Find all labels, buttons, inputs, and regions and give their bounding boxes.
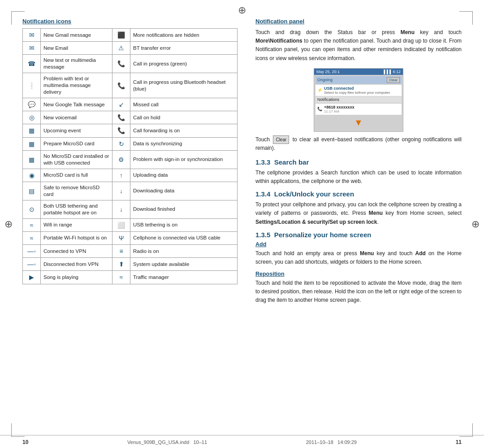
personalize-heading: 1.3.5 Personalize your home screen	[255, 231, 462, 239]
search-bar-num: 1.3.3	[255, 158, 270, 166]
page-footer: 10 Venus_909B_QG_USA.indd 10–11 2011–10–…	[0, 435, 484, 448]
notif-icons-title: Notification icons	[22, 18, 238, 25]
notif-icon-right-14: ≡	[112, 245, 130, 258]
page-num-right: 11	[456, 439, 462, 445]
footer-right-info: 2011–10–18 14:09:29	[306, 439, 357, 445]
notif-icon-right-0: ⬛	[112, 29, 130, 42]
corner-br	[459, 423, 473, 437]
notif-desc-left-7: Prepare MicroSD card	[41, 137, 112, 150]
notif-desc-left-2: New text or multimedia message	[41, 55, 112, 73]
notif-desc-right-4: Missed call	[130, 98, 238, 111]
table-row: —◦Connected to VPN≡Radio is on	[23, 245, 238, 258]
page-container: ⊕ ⊕ ⊕ Notification icons ✉New Gmail mess…	[0, 0, 484, 448]
notif-icon-right-9: ↑	[112, 169, 130, 182]
notif-icon-right-1: ⚠	[112, 42, 130, 55]
footer-time: 14:09:29	[337, 439, 357, 445]
table-row: ❕Problem with text or multimedia message…	[23, 73, 238, 98]
notif-desc-left-12: Wifi in range	[41, 218, 112, 231]
notif-desc-right-2: Call in progress (green)	[130, 55, 238, 73]
phone-status-bar: May 25, 20:1 ▐▐▐ 6:12	[314, 69, 403, 75]
phone-status-icons: ▐▐▐ 6:12	[382, 70, 401, 74]
search-bar-title: Search bar	[274, 158, 309, 166]
compass-left-icon: ⊕	[4, 218, 13, 230]
notif-icon-left-4: 💬	[23, 98, 41, 111]
notif-desc-left-0: New Gmail message	[41, 29, 112, 42]
notif-icon-left-5: ◎	[23, 111, 41, 124]
search-bar-text: The cellphone provides a Search function…	[255, 169, 462, 186]
phone-number-time: 11:17 AM	[324, 109, 354, 113]
page-num-left: 10	[22, 439, 28, 445]
notif-icon-right-2: 📞	[112, 55, 130, 73]
notif-icon-left-13: ≈	[23, 231, 41, 244]
table-row: ☎New text or multimedia message📞Call in …	[23, 55, 238, 73]
notif-icon-left-0: ✉	[23, 29, 41, 42]
phone-number-label: +8618 xxxxxxxx	[324, 105, 354, 109]
notif-desc-right-3: Call in progress using Bluetooth headset…	[130, 73, 238, 98]
notif-icon-right-12: ⬜	[112, 218, 130, 231]
notif-icon-right-5: 📞	[112, 111, 130, 124]
notif-icon-left-10: ▤	[23, 182, 41, 200]
signal-icon: ▐▐▐	[382, 70, 391, 74]
corner-tr	[459, 11, 473, 25]
lock-text: To protect your cellphone and privacy, y…	[255, 200, 462, 226]
footer-date: 2011–10–18	[306, 439, 333, 445]
notif-desc-right-13: Cellphone is connected via USB cable	[130, 231, 238, 244]
table-row: ◉MicroSD card is full↑Uploading data	[23, 169, 238, 182]
footer-pages: 10–11	[193, 439, 207, 445]
notif-desc-left-9: MicroSD card is full	[41, 169, 112, 182]
search-bar-heading: 1.3.3 Search bar	[255, 158, 462, 166]
usb-connected-sub: Select to copy files to/from your comput…	[324, 91, 391, 95]
notif-icon-right-6: 📞	[112, 124, 130, 137]
notif-desc-right-0: More notifications are hidden	[130, 29, 238, 42]
notif-desc-right-12: USB tethering is on	[130, 218, 238, 231]
phone-notif-section: Notifications	[315, 96, 402, 103]
lock-title: Lock/Unlock your screen	[274, 190, 354, 198]
phone-ongoing-row: Ongoing Clear	[315, 76, 402, 84]
notif-desc-right-8: Problem with sign-in or synchronization	[130, 150, 238, 169]
notif-desc-left-3: Problem with text or multimedia message …	[41, 73, 112, 98]
main-content: Notification icons ✉New Gmail message⬛Mo…	[0, 0, 484, 435]
table-row: —◦Disconnected from VPN⬆System update av…	[23, 258, 238, 271]
table-row: ≈Portable Wi-Fi hotspot is onΨCellphone …	[23, 231, 238, 244]
table-row: ✉New Email⚠BT transfer error	[23, 42, 238, 55]
phone-date: May 25, 20:1	[316, 70, 340, 74]
notif-icon-left-1: ✉	[23, 42, 41, 55]
notif-desc-right-6: Call forwarding is on	[130, 124, 238, 137]
reposition-text: Touch and hold the item to be reposition…	[255, 279, 462, 305]
notif-desc-left-6: Upcoming event	[41, 124, 112, 137]
phone-screenshot: May 25, 20:1 ▐▐▐ 6:12 Ongoing Clear ⚡	[314, 68, 403, 132]
corner-bl	[11, 423, 25, 437]
notif-desc-right-16: Traffic manager	[130, 271, 238, 284]
notif-desc-left-1: New Email	[41, 42, 112, 55]
notif-icon-right-10: ↓	[112, 182, 130, 200]
notif-desc-right-7: Data is synchronizing	[130, 137, 238, 150]
notif-desc-left-5: New voicemail	[41, 111, 112, 124]
notif-desc-right-11: Download finished	[130, 200, 238, 218]
lock-num: 1.3.4	[255, 190, 270, 198]
table-row: ▶Song is playing≈Traffic manager	[23, 271, 238, 284]
notif-icon-right-8: ⚙	[112, 150, 130, 169]
notif-icon-right-13: Ψ	[112, 231, 130, 244]
footer-filename: Venus_909B_QG_USA.indd	[127, 439, 189, 445]
left-panel: Notification icons ✉New Gmail message⬛Mo…	[22, 18, 238, 426]
notif-desc-left-11: Both USB tethering and portable hotspot …	[41, 200, 112, 218]
notif-icon-left-8: ▦	[23, 150, 41, 169]
notif-icon-left-16: ▶	[23, 271, 41, 284]
notif-icon-left-15: —◦	[23, 258, 41, 271]
notif-desc-left-16: Song is playing	[41, 271, 112, 284]
table-row: ▤Safe to remove MicroSD card↓Downloading…	[23, 182, 238, 200]
compass-right-icon: ⊕	[471, 218, 480, 230]
right-panel: Notification panel Touch and drag down t…	[251, 18, 462, 426]
phone-clear-btn[interactable]: Clear	[387, 77, 400, 83]
clear-btn-inline: Clear	[273, 135, 289, 144]
notif-desc-left-8: No MicroSD card installed or with USB co…	[41, 150, 112, 169]
phone-number-icon: 📞	[317, 107, 322, 111]
notif-desc-right-15: System update available	[130, 258, 238, 271]
compass-top-icon: ⊕	[238, 4, 246, 16]
notif-desc-right-1: BT transfer error	[130, 42, 238, 55]
notif-panel-description: Touch and drag down the Status bar or pr…	[255, 28, 462, 63]
notif-icon-right-3: 📞	[112, 73, 130, 98]
notif-desc-right-5: Call on hold	[130, 111, 238, 124]
usb-connected-label: USB connected	[324, 86, 391, 91]
add-subheading: Add	[255, 241, 462, 248]
